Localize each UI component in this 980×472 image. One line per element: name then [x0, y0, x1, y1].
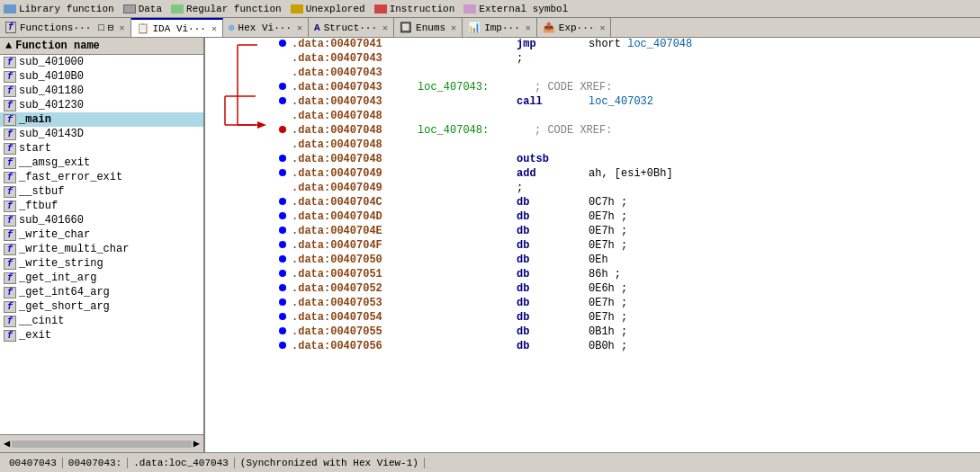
horizontal-scrollbar[interactable] — [12, 441, 192, 448]
function-list-item[interactable]: f __amsg_exit — [0, 156, 203, 170]
ida-view-tab-icon: 📋 — [137, 22, 149, 34]
close-imports-tab[interactable]: ✕ — [526, 22, 531, 33]
tab-hex-view[interactable]: ⊙ Hex Vi··· ✕ — [223, 18, 309, 37]
close-exports-tab[interactable]: ✕ — [599, 22, 605, 33]
ida-line[interactable]: .data:00407043loc_407043:; CODE XREF: — [209, 81, 980, 95]
function-list-item[interactable]: f sub_401180 — [0, 84, 203, 98]
close-functions-tab[interactable]: ✕ — [119, 22, 124, 33]
ida-line[interactable]: .data:0040704Cdb0C7h ; — [209, 196, 980, 210]
ida-line[interactable]: .data:00407049addah, [esi+0Bh] — [209, 167, 980, 182]
ida-line[interactable]: .data:00407049; — [209, 182, 980, 196]
function-list-item[interactable]: f _fast_error_exit — [0, 170, 203, 184]
breakpoint-dot — [275, 155, 292, 162]
ida-address: .data:00407050 — [292, 254, 418, 266]
tab-ida-view[interactable]: 📋 IDA Vi··· ✕ — [131, 18, 223, 37]
legend-label-external: External symbol — [479, 4, 568, 14]
ida-line[interactable]: .data:00407054db0E7h ; — [209, 311, 980, 325]
legend-label-regular: Regular function — [186, 4, 282, 14]
ida-address: .data:00407052 — [292, 282, 418, 295]
legend-external-symbol: External symbol — [463, 4, 568, 14]
tab-functions[interactable]: f Functions··· □ ⊟ ✕ — [0, 18, 131, 37]
tab-structs[interactable]: A Struct··· ✕ — [309, 18, 394, 37]
blue-dot — [279, 169, 286, 176]
ida-content[interactable]: .data:00407041jmpshort loc_407048.data:0… — [205, 38, 980, 452]
scroll-up-arrow[interactable]: ▲ — [5, 40, 12, 52]
function-name-label: sub_4010B0 — [19, 70, 84, 83]
function-name-label: _write_char — [19, 228, 90, 241]
ida-lines-container: .data:00407041jmpshort loc_407048.data:0… — [209, 38, 980, 354]
close-hex-view-tab[interactable]: ✕ — [297, 22, 302, 33]
ida-line[interactable]: .data:00407051db 86h ; — [209, 268, 980, 282]
function-list-item[interactable]: f _ftbuf — [0, 199, 203, 213]
ida-address: .data:0040704F — [292, 239, 418, 252]
ida-mnemonic: db — [517, 297, 589, 309]
close-enums-tab[interactable]: ✕ — [451, 22, 456, 33]
ida-line[interactable]: .data:00407043; — [209, 52, 980, 67]
ida-mnemonic: add — [517, 167, 589, 180]
function-list-item[interactable]: f sub_40143D — [0, 127, 203, 141]
ida-address: .data:00407054 — [292, 311, 418, 324]
ida-operand: ; — [517, 182, 523, 194]
blue-dot — [279, 227, 286, 234]
ida-mnemonic: db — [517, 210, 589, 223]
function-list-item[interactable]: f sub_401230 — [0, 98, 203, 112]
scroll-right-icon[interactable]: ▶ — [193, 437, 200, 450]
scroll-left-icon[interactable]: ◀ — [4, 437, 10, 450]
ida-line[interactable]: .data:00407043 — [209, 67, 980, 81]
function-list-item[interactable]: f _get_short_arg — [0, 299, 203, 314]
ida-line[interactable]: .data:00407052db0E6h ; — [209, 282, 980, 297]
function-list-item[interactable]: f __cinit — [0, 314, 203, 328]
ida-mnemonic: db — [517, 282, 589, 295]
function-list-item[interactable]: f _get_int64_arg — [0, 285, 203, 299]
ida-mnemonic: db — [517, 340, 589, 352]
minimize-icon[interactable]: □ — [98, 22, 104, 33]
function-list-item[interactable]: f _main — [0, 112, 203, 127]
function-list-item[interactable]: f sub_401660 — [0, 213, 203, 227]
function-list-item[interactable]: f _write_char — [0, 227, 203, 242]
ida-address: .data:00407049 — [292, 167, 418, 180]
ida-line[interactable]: .data:00407048loc_407048:; CODE XREF: — [209, 124, 980, 138]
ida-line[interactable]: .data:00407056db0B0h ; — [209, 340, 980, 354]
maximize-icon[interactable]: ⊟ — [108, 22, 114, 33]
function-icon: f — [4, 244, 16, 255]
ida-line[interactable]: .data:00407053db0E7h ; — [209, 297, 980, 311]
tab-enums[interactable]: 🔲 Enums ✕ — [394, 18, 463, 37]
hex-view-tab-icon: ⊙ — [229, 22, 235, 33]
ida-line[interactable]: .data:00407041jmpshort loc_407048 — [209, 38, 980, 52]
ida-line[interactable]: .data:0040704Edb0E7h ; — [209, 225, 980, 239]
breakpoint-dot — [275, 198, 292, 205]
function-name-label: _get_int_arg — [19, 272, 96, 284]
function-list-item[interactable]: f sub_401000 — [0, 55, 203, 69]
ida-line[interactable]: .data:00407048 — [209, 138, 980, 153]
ida-address: .data:00407043 — [292, 95, 418, 108]
location-reference[interactable]: loc_407032 — [589, 95, 653, 108]
function-name-label: sub_401000 — [19, 56, 84, 68]
tab-imports[interactable]: 📊 Imp··· ✕ — [463, 18, 537, 37]
ida-code-label: loc_407043: — [418, 81, 517, 94]
function-list-item[interactable]: f _write_multi_char — [0, 242, 203, 256]
functions-tab-icon: f — [5, 22, 16, 33]
ida-line[interactable]: .data:00407048outsb — [209, 153, 980, 167]
ida-line[interactable]: .data:00407055db0B1h ; — [209, 325, 980, 340]
close-structs-tab[interactable]: ✕ — [382, 22, 388, 33]
function-list-item[interactable]: f start — [0, 141, 203, 156]
ida-address: .data:00407043 — [292, 67, 418, 79]
function-list-item[interactable]: f _write_string — [0, 256, 203, 271]
ida-line[interactable]: .data:00407043callloc_407032 — [209, 95, 980, 110]
tab-exports[interactable]: 📤 Exp··· ✕ — [537, 18, 612, 37]
function-list-item[interactable]: f __stbuf — [0, 184, 203, 199]
function-list-item[interactable]: f sub_4010B0 — [0, 69, 203, 84]
function-list-item[interactable]: f _get_int_arg — [0, 271, 203, 285]
ida-line[interactable]: .data:00407048 — [209, 110, 980, 124]
ida-line[interactable]: .data:0040704Fdb0E7h ; — [209, 239, 980, 254]
ida-line[interactable]: .data:0040704Ddb0E7h ; — [209, 210, 980, 225]
ida-address: .data:0040704D — [292, 210, 418, 223]
close-ida-view-tab[interactable]: ✕ — [211, 23, 217, 34]
ida-panel: .data:00407041jmpshort loc_407048.data:0… — [205, 38, 980, 452]
functions-list[interactable]: f sub_401000 f sub_4010B0 f sub_401180 f… — [0, 55, 203, 434]
function-list-item[interactable]: f _exit — [0, 328, 203, 343]
ida-line[interactable]: .data:00407050db 0Eh — [209, 254, 980, 268]
location-reference[interactable]: loc_407048 — [627, 38, 692, 50]
ida-mnemonic: db — [517, 311, 589, 324]
main-panel: ▲ Function name f sub_401000 f sub_4010B… — [0, 38, 980, 452]
